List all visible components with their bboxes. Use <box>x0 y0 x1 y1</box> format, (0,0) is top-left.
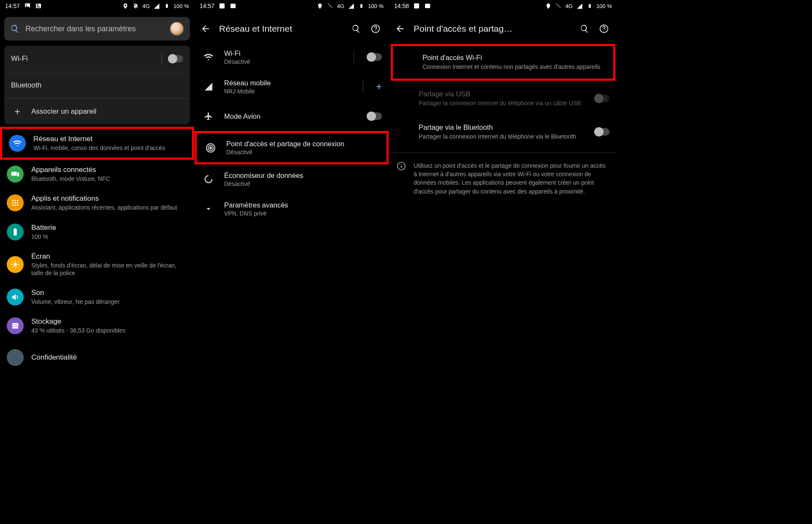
svg-point-21 <box>14 263 16 266</box>
hotspot-usb-row: Partage via USB Partager la connexion In… <box>389 85 617 112</box>
quick-bluetooth-label: Bluetooth <box>11 81 183 90</box>
svg-rect-25 <box>219 3 225 8</box>
help-button[interactable] <box>599 24 611 33</box>
quick-pair[interactable]: + Associer un appareil <box>4 98 190 124</box>
help-button[interactable] <box>371 24 383 33</box>
item-title: Partage via USB <box>419 90 587 98</box>
net-advanced[interactable]: Paramètres avancésVPN, DNS privé <box>195 194 389 224</box>
net-mobile[interactable]: Réseau mobileNRJ Mobile + <box>195 72 389 101</box>
wifi-toggle[interactable] <box>168 55 183 63</box>
status-bar: 14:57 4G 100 % <box>0 0 194 12</box>
settings-item-storage[interactable]: Stockage43 % utilisés - 36,53 Go disponi… <box>0 311 194 340</box>
svg-rect-36 <box>589 4 591 8</box>
wifi-icon <box>9 135 26 152</box>
app-header: Point d'accès et partag… <box>389 15 617 42</box>
status-time: 14:57 <box>5 3 20 9</box>
quick-wifi-label: Wi-Fi <box>11 55 162 63</box>
apps-icon <box>7 194 24 211</box>
location-icon <box>122 3 129 9</box>
add-button[interactable]: + <box>376 81 382 93</box>
app-header: Réseau et Internet <box>195 15 389 42</box>
hotspot-icon <box>203 143 218 153</box>
item-title: Batterie <box>31 224 187 232</box>
back-button[interactable] <box>395 24 406 34</box>
item-sub: VPN, DNS privé <box>224 210 382 217</box>
quick-pair-label: Associer un appareil <box>31 107 183 116</box>
status-network: 4G <box>337 3 344 9</box>
search-button[interactable] <box>580 24 592 33</box>
quick-wifi[interactable]: Wi-Fi <box>4 46 190 72</box>
settings-item-apps[interactable]: Applis et notificationsAssistant, applic… <box>0 188 194 217</box>
news-icon <box>424 3 431 9</box>
search-placeholder: Rechercher dans les paramètres <box>25 25 164 33</box>
item-sub: Désactivé <box>224 58 341 65</box>
hotspot-wifi-row[interactable]: Point d'accès Wi-Fi Connexion Internet e… <box>391 44 615 81</box>
divider <box>389 153 617 153</box>
item-title: Point d'accès et partage de connexion <box>226 140 380 148</box>
screen-network: 14:57 4G 100 % Réseau et Internet Wi-FiD… <box>195 0 389 524</box>
svg-point-12 <box>17 200 19 202</box>
svg-point-16 <box>12 205 14 206</box>
usb-toggle <box>594 95 609 102</box>
settings-item-display[interactable]: ÉcranStyles, fonds d'écran, délai de mis… <box>0 246 194 283</box>
svg-rect-3 <box>37 5 38 6</box>
svg-rect-7 <box>166 4 167 4</box>
svg-point-18 <box>17 205 19 206</box>
svg-point-14 <box>14 202 16 204</box>
info-text: Utilisez un point d'accès et le partage … <box>414 161 609 196</box>
news-icon <box>230 3 236 9</box>
news-icon <box>35 3 42 9</box>
net-airplane[interactable]: Mode Avion <box>195 101 389 131</box>
airplane-toggle[interactable] <box>367 112 382 120</box>
item-sub: Partager la connexion Internet du téléph… <box>419 133 587 141</box>
svg-rect-20 <box>14 228 16 229</box>
wifi-toggle[interactable] <box>367 53 382 61</box>
search-button[interactable] <box>351 24 363 33</box>
storage-icon <box>7 317 24 334</box>
svg-rect-22 <box>12 323 19 325</box>
back-button[interactable] <box>200 24 211 34</box>
item-title: Stockage <box>31 317 187 326</box>
bt-toggle[interactable] <box>594 128 609 136</box>
screen-hotspot: 14:58 4G 100 % Point d'accès et partag… … <box>389 0 617 524</box>
signal-icon <box>153 3 160 9</box>
image-icon <box>219 3 225 9</box>
item-sub: Assistant, applications récentes, applic… <box>31 204 187 211</box>
screen-settings-home: 14:57 4G 100 % Rechercher dans les param… <box>0 0 195 524</box>
separator <box>162 53 162 65</box>
svg-rect-27 <box>360 4 362 8</box>
dnd-icon <box>555 3 562 9</box>
svg-rect-34 <box>414 3 419 8</box>
net-wifi[interactable]: Wi-FiDésactivé <box>195 42 389 72</box>
item-title: Confidentialité <box>31 353 187 362</box>
search-bar[interactable]: Rechercher dans les paramètres <box>4 17 190 41</box>
location-icon <box>545 3 552 9</box>
svg-point-29 <box>375 30 376 31</box>
svg-rect-2 <box>36 4 41 8</box>
svg-point-38 <box>604 30 604 31</box>
settings-item-privacy[interactable]: Confidentialité <box>0 341 194 368</box>
quick-bluetooth[interactable]: Bluetooth <box>4 72 190 98</box>
battery-icon <box>163 3 170 9</box>
item-sub: Partager la connexion Internet du téléph… <box>419 99 587 107</box>
datasaver-icon <box>201 175 216 184</box>
item-title: Appareils connectés <box>31 166 187 174</box>
settings-item-devices[interactable]: Appareils connectésBluetooth, mode Voitu… <box>0 160 194 188</box>
settings-item-sound[interactable]: SonVolume, vibreur, Ne pas déranger <box>0 283 194 311</box>
net-datasaver[interactable]: Économiseur de donnéesDésactivé <box>195 164 389 194</box>
status-network: 4G <box>143 3 150 9</box>
hotspot-bt-row[interactable]: Partage via le Bluetooth Partager la con… <box>389 118 617 146</box>
item-sub: Désactivé <box>224 180 382 187</box>
item-sub: Wi-Fi, mobile, conso des données et poin… <box>33 144 185 152</box>
status-battery: 100 % <box>596 3 612 9</box>
plus-icon: + <box>11 106 24 117</box>
svg-point-10 <box>12 200 14 202</box>
net-hotspot[interactable]: Point d'accès et partage de connexionDés… <box>195 131 389 164</box>
settings-item-network[interactable]: Réseau et InternetWi-Fi, mobile, conso d… <box>0 127 194 160</box>
sound-icon <box>7 289 24 306</box>
settings-item-battery[interactable]: Batterie100 % <box>0 218 194 246</box>
status-battery: 100 % <box>173 3 189 9</box>
svg-point-41 <box>401 164 402 164</box>
item-sub: Bluetooth, mode Voiture, NFC <box>31 175 187 183</box>
avatar[interactable] <box>170 22 184 36</box>
